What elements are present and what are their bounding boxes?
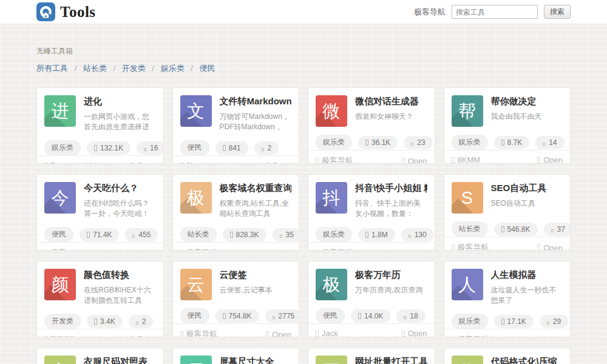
tool-card[interactable]: 帮 帮你做决定 我命由我不由天 娱乐类 8.7K 14 8KMM Open	[444, 87, 571, 164]
tool-description: 云便签,云记事本	[220, 285, 273, 295]
comments-count: 18	[410, 312, 418, 320]
geek-nav-link[interactable]: 极客导航	[414, 7, 446, 18]
open-link[interactable]: Open	[537, 155, 563, 164]
open-link[interactable]: Open	[266, 249, 291, 251]
tool-title[interactable]: 颜色值转换	[84, 269, 156, 281]
tool-card[interactable]: 网 网址批量打开工具	[308, 348, 435, 364]
tool-title[interactable]: 人生模拟器	[491, 269, 563, 281]
cat-link-convenience[interactable]: 便民	[200, 64, 215, 73]
tool-card[interactable]: 屏 屏幕尺寸大全	[172, 348, 300, 364]
author-item[interactable]: 8kmm	[180, 161, 208, 164]
tool-card[interactable]: 颜 颜色值转换 在线RGB和HEX十六进制颜色互转工具 开发类 3.4K 2 8…	[36, 261, 164, 337]
tool-title[interactable]: 极客域名权重查询	[220, 183, 292, 194]
cat-link-all[interactable]: 所有工具	[36, 64, 68, 73]
category-badge[interactable]: 娱乐类	[316, 227, 352, 242]
tool-card[interactable]: 进 进化 一款网页小游戏，您首先由原生质选择进化为某种智慧生 娱乐类 132.1…	[36, 87, 164, 164]
tool-card[interactable]: 衣 衣服尺码对照表	[36, 348, 164, 364]
author-item[interactable]: Demagorddon	[44, 161, 100, 164]
category-badge[interactable]: 娱乐类	[452, 314, 488, 329]
views-icon	[358, 313, 361, 319]
open-label: Open	[137, 249, 156, 251]
tool-title[interactable]: 帮你做决定	[491, 96, 542, 107]
views-badge: 8.7K	[494, 136, 530, 149]
card-main: 屏 屏幕尺寸大全	[180, 356, 292, 364]
tool-title[interactable]: 今天吃什么？	[84, 183, 156, 194]
views-badge: 14.0K	[351, 309, 390, 323]
author-item[interactable]: 极客导航	[452, 334, 489, 337]
open-link[interactable]: Open	[266, 330, 291, 338]
category-badge[interactable]: 娱乐类	[44, 140, 81, 155]
category-badge[interactable]: 娱乐类	[316, 135, 352, 150]
author-item[interactable]: 极客导航	[180, 329, 218, 337]
tool-title[interactable]: 屏幕尺寸大全	[220, 356, 274, 364]
card-info: 极客域名权重查询 权重查询,站长工具,全能站长查询工具	[220, 182, 292, 219]
tool-card[interactable]: 云 云便签 云便签,云记事本 便民 754.8K 2775 极客导航 Open	[172, 261, 300, 337]
card-footer: 8KMM Open	[444, 150, 571, 164]
tool-card[interactable]: S SEO自动工具 SEO自动工具 站长类 546.8K 37 极客导航 Ope…	[444, 174, 571, 251]
search-button[interactable]: 搜索	[544, 5, 571, 19]
comments-count: 455	[138, 231, 151, 239]
user-icon	[452, 337, 455, 337]
author-item[interactable]: 8KMM	[44, 334, 73, 337]
tool-description: SEO自动工具	[491, 198, 547, 209]
tool-title[interactable]: 文件转Markdown	[220, 96, 292, 107]
views-count: 8.7K	[507, 138, 523, 147]
tool-card[interactable]: 极 极客万年历 万年历查询,农历查询 便民 14.0K 18 Jack Open	[308, 261, 435, 337]
author-item[interactable]: 极客导航	[316, 155, 353, 164]
tool-card[interactable]: 极 极客域名权重查询 权重查询,站长工具,全能站长查询工具 站长类 828.3K…	[172, 174, 300, 251]
badges-row: 便民 71.4K 455	[44, 227, 156, 242]
link-icon	[266, 250, 269, 251]
tool-icon-glyph: 文	[187, 103, 205, 120]
category-badge[interactable]: 便民	[180, 308, 209, 323]
open-link[interactable]: Open	[537, 243, 563, 251]
tool-title[interactable]: 云便签	[220, 269, 273, 281]
open-link[interactable]: Open	[402, 249, 427, 251]
open-link[interactable]: Open	[131, 161, 156, 164]
category-badge[interactable]: 开发类	[44, 314, 81, 329]
author-item[interactable]: 极客	[44, 248, 66, 251]
open-link[interactable]: Open	[131, 334, 156, 337]
category-badge[interactable]: 站长类	[180, 227, 217, 242]
tool-title[interactable]: 衣服尺码对照表	[84, 356, 148, 364]
open-link[interactable]: Open	[402, 157, 427, 164]
cat-link-fun[interactable]: 娱乐类	[161, 64, 185, 73]
tool-title[interactable]: 抖音\快手小姐姐 精选	[355, 183, 427, 194]
author-item[interactable]: 极客导航	[316, 248, 353, 251]
open-link[interactable]: Open	[266, 161, 291, 164]
site-logo[interactable]: Tools	[36, 2, 96, 21]
tool-title[interactable]: 微信对话生成器	[355, 96, 419, 107]
tool-card[interactable]: 文 文件转Markdown 万物皆可Markdown，PDF转Markdown，…	[172, 87, 300, 164]
tool-title[interactable]: 网址批量打开工具	[355, 356, 427, 364]
search-input[interactable]	[452, 5, 538, 19]
category-badge[interactable]: 娱乐类	[452, 135, 488, 150]
category-badge[interactable]: 站长类	[452, 221, 488, 237]
cat-link-webmaster[interactable]: 站长类	[83, 64, 107, 73]
comments-count: 35	[286, 231, 294, 239]
author-item[interactable]: 8KMM	[452, 155, 481, 164]
tool-title[interactable]: 极客万年历	[355, 269, 422, 281]
category-badge[interactable]: 便民	[180, 140, 209, 155]
badges-row: 娱乐类 132.1K 16	[44, 140, 156, 155]
open-link[interactable]: Open	[402, 329, 427, 337]
tool-icon: 人	[452, 269, 483, 300]
comments-count: 130	[415, 231, 427, 239]
open-label: Open	[272, 161, 291, 164]
views-icon	[365, 232, 368, 238]
tool-card[interactable]: 微 微信对话生成器 假装和女神聊天？ 娱乐类 36.1K 23 极客导航 Ope…	[308, 87, 435, 164]
tool-card[interactable]: 人 人生模拟器 这垃圾人生一秒也不想呆了 娱乐类 17.1K 29 极客导航 O…	[444, 261, 571, 337]
author-item[interactable]: 极客导航	[180, 248, 218, 251]
author-item[interactable]: 极客导航	[452, 242, 489, 251]
author-item[interactable]: Jack	[316, 329, 338, 337]
open-link[interactable]: Open	[131, 249, 156, 251]
tool-title[interactable]: SEO自动工具	[491, 183, 547, 194]
tool-card[interactable]: 抖 抖音\快手小姐姐 精选 抖音、快手上面的美女小视频，数量：52343个 娱乐…	[308, 174, 435, 251]
category-badge[interactable]: 便民	[44, 227, 73, 242]
tool-card[interactable]: 今 今天吃什么？ 还在纠结吃什么吗？算一卦，今天吃啥！ 便民 71.4K 455…	[36, 174, 164, 251]
tool-title[interactable]: 进化	[84, 96, 156, 107]
cat-link-dev[interactable]: 开发类	[122, 64, 146, 73]
tool-icon-glyph: 极	[187, 189, 205, 207]
open-link[interactable]: Open	[537, 335, 563, 338]
tool-title[interactable]: 代码格式化\压缩	[491, 356, 557, 364]
category-badge[interactable]: 便民	[316, 308, 345, 323]
tool-card[interactable]: 代 代码格式化\压缩	[444, 348, 571, 364]
